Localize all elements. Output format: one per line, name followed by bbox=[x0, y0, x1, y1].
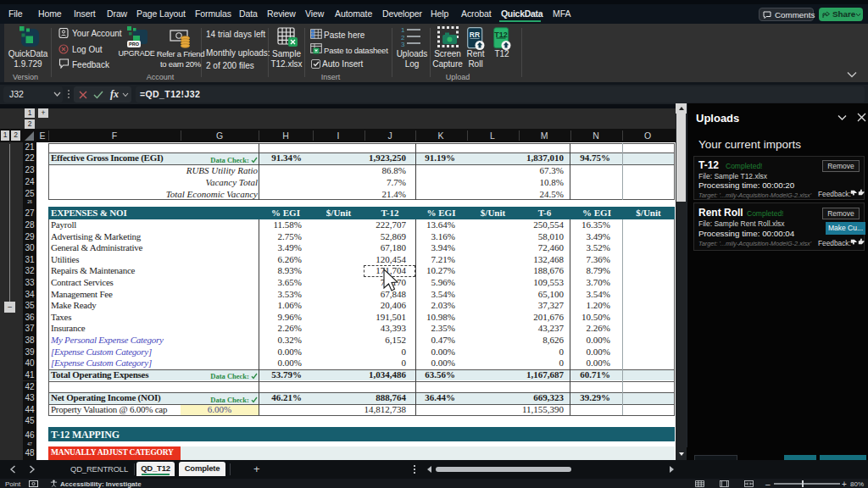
svg-text:RR: RR bbox=[470, 30, 480, 39]
